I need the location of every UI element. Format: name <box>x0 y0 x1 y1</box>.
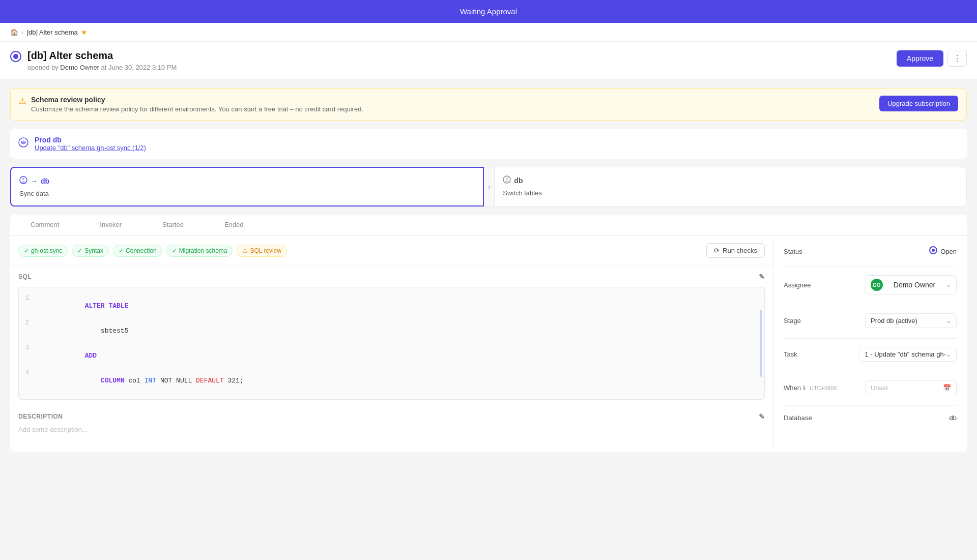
prod-db-name[interactable]: Prod db <box>35 136 146 144</box>
sql-editor: 1 ALTER TABLE 2 sbtest5 3 ADD <box>18 287 765 400</box>
right-panel: Status Open Assignee DO Demo Owner <box>773 236 967 452</box>
switch-tables-card[interactable]: db Switch tables <box>494 167 967 207</box>
assignee-chevron-icon: ⌄ <box>946 281 951 288</box>
when-date-picker[interactable]: Unset 📅 <box>865 380 957 395</box>
stage-row: Stage Prod db (active) ⌄ <box>784 313 957 328</box>
approve-button[interactable]: Approve <box>897 50 943 67</box>
when-info-icon: ℹ <box>803 385 806 392</box>
run-checks-icon: ⟳ <box>714 247 720 254</box>
switch-db-label: db <box>514 176 523 185</box>
when-label: When ℹ UTC+0800 <box>784 384 837 392</box>
sql-edit-icon[interactable]: ✎ <box>759 273 765 281</box>
assignee-select[interactable]: DO Demo Owner ⌄ <box>865 275 957 294</box>
policy-banner: ⚠ Schema review policy Customize the sch… <box>10 88 967 121</box>
policy-banner-left: ⚠ Schema review policy Customize the sch… <box>19 96 363 113</box>
tab-started[interactable]: Started <box>142 215 204 235</box>
divider-1 <box>784 267 957 267</box>
header-left: [db] Alter schema opened by Demo Owner a… <box>10 50 177 71</box>
prod-db-icon <box>18 137 28 150</box>
database-label: Database <box>784 414 812 422</box>
task-value: 1 - Update "db" schema gh- <box>865 350 946 358</box>
svg-point-1 <box>13 54 18 59</box>
tab-ended[interactable]: Ended <box>204 215 264 235</box>
card-connector: › <box>484 167 495 207</box>
stage-value: Prod db (active) <box>871 317 917 325</box>
sql-scrollbar[interactable] <box>760 310 762 377</box>
breadcrumb-current: [db] Alter schema <box>26 28 77 36</box>
prod-db-link[interactable]: Update "db" schema gh-ost sync (1/2) <box>35 144 146 152</box>
sync-card-title: Sync data <box>19 190 475 197</box>
check-sql-review[interactable]: ⚠ SQL review <box>237 245 287 257</box>
upgrade-button[interactable]: Upgrade subscription <box>879 96 958 111</box>
sql-line-4: 4 COLUMN col INT NOT NULL DEFAULT 321; <box>19 368 764 393</box>
policy-warning-icon: ⚠ <box>19 96 26 106</box>
when-placeholder: Unset <box>871 384 888 392</box>
author-name: Demo Owner <box>60 64 99 71</box>
tab-comment[interactable]: Comment <box>10 215 79 235</box>
page-header: [db] Alter schema opened by Demo Owner a… <box>0 42 977 80</box>
date-text: at June 30, 2022 3:10 PM <box>101 64 177 71</box>
sql-section: SQL ✎ 1 ALTER TABLE 2 sbtest5 3 <box>10 266 773 400</box>
run-checks-button[interactable]: ⟳ Run checks <box>706 243 765 258</box>
sync-db-label: db <box>41 177 49 185</box>
more-actions-button[interactable]: ⋮ <box>947 50 967 67</box>
favorite-star-icon[interactable]: ★ <box>81 28 88 36</box>
description-label: Description ✎ <box>18 412 765 421</box>
sync-arrow-icon: → <box>31 177 38 185</box>
check-migration-schema[interactable]: ✓ Migration schema <box>166 245 233 257</box>
sql-line-2: 2 sbtest5 <box>19 318 764 343</box>
check-gh-ost-sync[interactable]: ✓ gh-ost sync <box>18 245 68 257</box>
check-pass-icon: ✓ <box>77 247 82 254</box>
divider-5 <box>784 405 957 406</box>
assignee-avatar: DO <box>871 279 883 291</box>
policy-text: Schema review policy Customize the schem… <box>31 96 363 113</box>
database-row: Database db <box>784 414 957 422</box>
breadcrumb-separator: › <box>21 28 23 36</box>
policy-title: Schema review policy <box>31 96 363 104</box>
status-value: Open <box>929 246 957 256</box>
prod-db-info: Prod db Update "db" schema gh-ost sync (… <box>35 136 146 152</box>
switch-card-title: Switch tables <box>503 189 958 197</box>
svg-point-4 <box>22 178 24 180</box>
page-title: [db] Alter schema <box>27 50 177 62</box>
tabs-row: Comment Invoker Started Ended <box>10 215 967 236</box>
header-info: [db] Alter schema opened by Demo Owner a… <box>27 50 177 71</box>
sync-card-header: → db <box>19 176 475 186</box>
waiting-approval-bar: Waiting Approval <box>0 0 977 23</box>
main-content: ✓ gh-ost sync ✓ Syntax ✓ Connection ✓ Mi… <box>10 236 967 452</box>
description-section: Description ✎ Add some description... <box>10 404 773 441</box>
sql-line-1: 1 ALTER TABLE <box>19 293 764 318</box>
svg-point-6 <box>506 178 508 180</box>
description-edit-icon[interactable]: ✎ <box>759 412 765 421</box>
sql-line-3: 3 ADD <box>19 343 764 368</box>
check-pass-icon: ✓ <box>24 247 29 254</box>
stage-select[interactable]: Prod db (active) ⌄ <box>865 313 957 328</box>
assignee-row: Assignee DO Demo Owner ⌄ <box>784 275 957 294</box>
waiting-approval-label: Waiting Approval <box>460 7 517 16</box>
status-icon <box>929 246 937 256</box>
sql-label: SQL ✎ <box>18 273 765 281</box>
sync-data-card[interactable]: → db Sync data <box>10 167 484 207</box>
divider-4 <box>784 372 957 372</box>
task-label: Task <box>784 350 797 358</box>
switch-card-db-icon <box>503 175 511 185</box>
subtitle-prefix: opened by <box>27 64 59 71</box>
tab-invoker[interactable]: Invoker <box>79 215 142 235</box>
check-connection[interactable]: ✓ Connection <box>113 245 162 257</box>
description-placeholder[interactable]: Add some description... <box>18 426 765 433</box>
calendar-icon: 📅 <box>943 384 951 392</box>
left-panel: ✓ gh-ost sync ✓ Syntax ✓ Connection ✓ Mi… <box>10 236 773 452</box>
task-cards: → db Sync data › db Switch tables <box>10 167 967 207</box>
stage-chevron-icon: ⌄ <box>946 317 951 325</box>
check-pass-icon: ✓ <box>172 247 177 254</box>
status-row: Status Open <box>784 246 957 256</box>
task-select[interactable]: 1 - Update "db" schema gh- ⌄ <box>859 347 957 362</box>
svg-point-8 <box>932 249 935 252</box>
check-syntax[interactable]: ✓ Syntax <box>72 245 109 257</box>
sync-card-db-icon <box>19 176 27 186</box>
issue-status-icon <box>10 51 21 65</box>
policy-description: Customize the schema review policy for d… <box>31 105 363 113</box>
home-icon[interactable]: 🏠 <box>10 28 18 36</box>
status-text: Open <box>940 248 957 255</box>
task-chevron-icon: ⌄ <box>946 351 951 358</box>
